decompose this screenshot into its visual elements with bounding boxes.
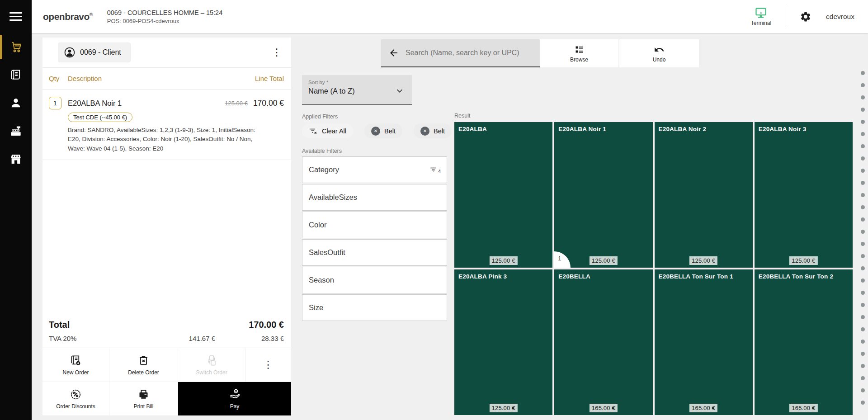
total-amount: 170.00 € (249, 320, 284, 330)
customer-icon (9, 97, 22, 109)
product-tile[interactable]: E20ALBA Pink 3 125.00 € (454, 269, 552, 415)
sort-by-label: Sort by * (308, 80, 406, 85)
product-tile[interactable]: E20BELLA 165.00 € (554, 269, 652, 415)
cart-icon (9, 40, 23, 54)
sidebar-item-sales[interactable] (0, 33, 32, 61)
filter-row-availablesizes[interactable]: AvailableSizes (302, 184, 447, 211)
tax-label: TVA 20% (49, 335, 76, 342)
main-content: 0069 - Client ⋮ Qty Description Line Tot… (32, 33, 868, 420)
product-name: E20ALBA (458, 126, 487, 132)
total-label: Total (49, 320, 70, 330)
browse-button[interactable]: Browse (540, 39, 618, 67)
pos-id: POS: 0069-POS4-cdevroux (107, 18, 222, 24)
filter-row-category[interactable]: Category 4 (302, 156, 447, 183)
order-discounts-label: Order Discounts (56, 403, 95, 410)
product-price: 125.00 € (789, 256, 817, 265)
print-bill-label: Print Bill (133, 403, 153, 410)
top-bar: openbravo® 0069 - COURCELLES HOMME – 15:… (32, 0, 868, 33)
sidebar-item-cash-register[interactable] (0, 117, 32, 145)
description-column-header: Description (68, 75, 255, 82)
back-arrow-icon[interactable] (388, 47, 399, 58)
hamburger-menu-icon[interactable] (0, 0, 32, 33)
sidebar-item-receipts[interactable] (0, 61, 32, 89)
filter-row-color[interactable]: Color (302, 212, 447, 238)
store-icon (9, 152, 23, 166)
product-name: E20ALBA Noir 1 (558, 126, 606, 132)
remove-filter-icon[interactable]: ✕ (420, 127, 429, 136)
switch-order-button[interactable]: Switch Order (178, 348, 245, 382)
product-tile[interactable]: E20ALBA 125.00 € (454, 122, 552, 268)
product-tile[interactable]: E20BELLA Ton Sur Ton 1 165.00 € (655, 269, 753, 415)
terminal-label: Terminal (751, 20, 771, 26)
order-table-header: Qty Description Line Total (42, 68, 291, 90)
line-total-column-header: Line Total (255, 75, 284, 82)
pay-hand-coin-icon (228, 388, 241, 401)
openbravo-logo: openbravo® (43, 11, 93, 22)
product-price: 125.00 € (490, 256, 518, 265)
terminal-status-button[interactable]: Terminal (751, 7, 771, 26)
filter-chip-label: Belt (384, 127, 396, 135)
product-tile[interactable]: E20BELLA Ton Sur Ton 2 165.00 € (755, 269, 853, 415)
print-bill-button[interactable]: Print Bill (109, 382, 178, 416)
remove-filter-icon[interactable]: ✕ (371, 127, 380, 136)
sidebar-item-store[interactable] (0, 145, 32, 173)
cash-register-icon (9, 124, 23, 138)
more-actions-kebab-icon[interactable]: ⋮ (245, 348, 291, 382)
store-info: 0069 - COURCELLES HOMME – 15:24 POS: 006… (107, 9, 222, 24)
store-title: 0069 - COURCELLES HOMME – 15:24 (107, 9, 222, 16)
product-price: 165.00 € (689, 404, 717, 412)
new-order-button[interactable]: New Order (42, 348, 109, 382)
order-totals: Total 170.00 € TVA 20% 141.67 € 28.33 € (42, 320, 291, 348)
browse-label: Browse (570, 57, 588, 63)
product-name: E20BELLA Ton Sur Ton 2 (759, 273, 833, 280)
pay-label: Pay (230, 403, 240, 410)
sidebar-item-customers[interactable] (0, 89, 32, 117)
line-product-name: E20ALBA Noir 1 (68, 99, 225, 108)
product-price: 125.00 € (490, 404, 518, 412)
undo-button[interactable]: Undo (619, 39, 699, 67)
filter-row-size[interactable]: Size (302, 294, 447, 321)
product-tile[interactable]: E20ALBA Noir 3 125.00 € (755, 122, 853, 268)
product-tile[interactable]: E20ALBA Noir 2 125.00 € (655, 122, 753, 268)
result-title: Result (454, 113, 470, 119)
undo-label: Undo (653, 57, 666, 63)
pay-button[interactable]: Pay (178, 382, 291, 416)
settings-gear-icon[interactable] (799, 10, 812, 24)
clear-all-filters-button[interactable]: Clear All (302, 123, 353, 138)
order-discounts-button[interactable]: Order Discounts (42, 382, 109, 416)
product-tile[interactable]: E20ALBA Noir 1 1 125.00 € (554, 122, 652, 268)
grid-scrollbar-dots[interactable] (861, 71, 865, 405)
current-user[interactable]: cdevroux (826, 13, 854, 21)
filter-row-season[interactable]: Season (302, 267, 447, 293)
product-grid: E20ALBA 125.00 € E20ALBA Noir 1 1 125.00… (454, 122, 853, 415)
filter-chip-belt-2[interactable]: ✕ Belt (414, 123, 452, 138)
browse-list-icon (574, 44, 585, 55)
filter-row-salesoutfit[interactable]: SalesOutfit (302, 239, 447, 266)
terminal-monitor-icon (755, 7, 767, 19)
order-discounts-icon (70, 388, 82, 401)
clear-all-label: Clear All (322, 127, 346, 135)
delete-order-button[interactable]: Delete Order (109, 348, 178, 382)
filter-row-label: Color (309, 221, 326, 229)
tax-amount: 28.33 € (215, 335, 284, 342)
filter-chip-belt-1[interactable]: ✕ Belt (364, 123, 402, 138)
customer-circle-icon (64, 47, 75, 58)
client-button[interactable]: 0069 - Client (58, 42, 131, 62)
product-name: E20BELLA Ton Sur Ton 1 (659, 273, 733, 280)
chevron-down-icon (395, 86, 405, 96)
order-line[interactable]: 1 E20ALBA Noir 1 125.00 € 170.00 € Test … (42, 90, 291, 160)
line-attributes: Brand: SANDRO, AvailableSizes: 1,2,3 (1-… (68, 126, 284, 153)
product-price: 165.00 € (789, 404, 817, 412)
line-total-amount: 170.00 € (253, 99, 284, 108)
filter-row-label: Category (309, 165, 339, 174)
topbar-divider (785, 7, 785, 27)
search-input[interactable] (406, 49, 535, 57)
filter-row-label: Season (309, 276, 334, 284)
new-order-label: New Order (62, 369, 89, 376)
line-original-price: 125.00 € (225, 100, 248, 107)
order-menu-kebab-icon[interactable]: ⋮ (270, 47, 283, 57)
in-cart-quantity-badge: 1 (554, 251, 571, 268)
sort-by-select[interactable]: Sort by * Name (A to Z) (302, 75, 412, 105)
client-button-label: 0069 - Client (80, 48, 121, 57)
client-row: 0069 - Client ⋮ (42, 38, 291, 68)
